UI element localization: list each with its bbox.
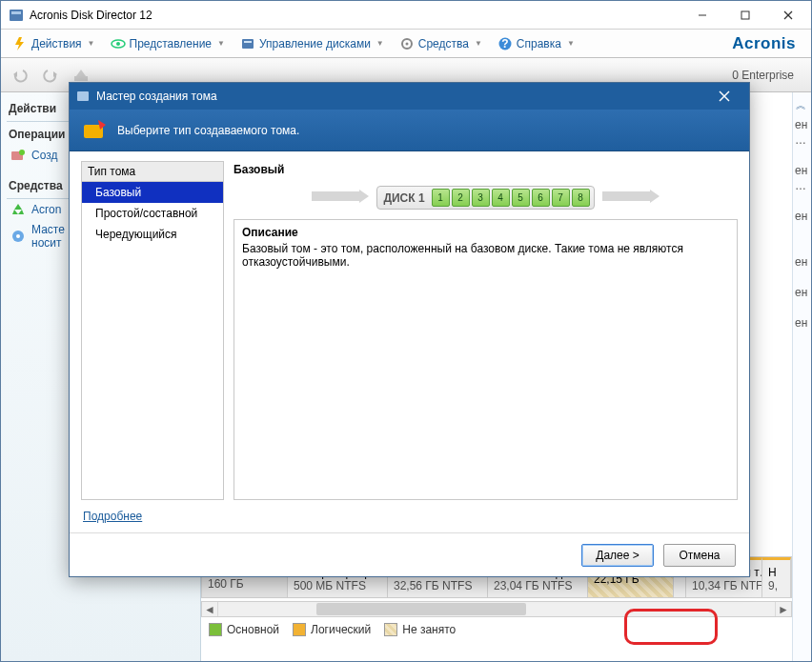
menu-tools[interactable]: Средства▼: [394, 32, 488, 55]
create-icon: [10, 148, 26, 163]
legend-logical: Логический: [293, 623, 371, 636]
gear-icon: [399, 36, 415, 51]
redo-button[interactable]: [39, 64, 62, 87]
disk-segment: 1: [432, 189, 450, 207]
next-button[interactable]: Далее >: [581, 544, 654, 567]
menu-label: Представление: [130, 37, 213, 50]
right-strip: ︽ ен … ен … ен ен ен ен: [792, 92, 811, 661]
menu-label: Справка: [517, 37, 561, 50]
menu-label: Средства: [418, 37, 469, 50]
disk-segment: 2: [452, 189, 470, 207]
dialog-title: Мастер создания тома: [96, 90, 705, 103]
chevron-down-icon: ▼: [376, 39, 384, 48]
detail-panel: Базовый ДИСК 1 1 2 3 4 5 6 7 8 Описание: [233, 161, 738, 500]
detail-title: Базовый: [233, 161, 738, 182]
svg-marker-18: [76, 70, 86, 76]
scroll-thumb[interactable]: [316, 603, 526, 615]
footer-link-area: Подробнее: [70, 506, 749, 532]
sidebar-item-sub: носит: [31, 236, 65, 250]
maximize-button[interactable]: [723, 1, 766, 29]
window-title: Acronis Disk Director 12: [30, 9, 680, 22]
swatch-icon: [209, 623, 222, 636]
volume-icon: [81, 117, 108, 144]
disc-icon: [10, 229, 26, 244]
close-button[interactable]: [766, 1, 809, 29]
svg-rect-3: [741, 11, 749, 19]
swatch-icon: [384, 623, 397, 636]
titlebar: Acronis Disk Director 12: [1, 1, 811, 30]
undo-button[interactable]: [9, 64, 31, 87]
legend-primary: Основной: [209, 623, 279, 636]
legend-free: Не занято: [384, 623, 456, 636]
right-strip-text: ен … ен … ен ен ен ен: [795, 117, 809, 331]
type-panel: Тип тома Базовый Простой/составной Черед…: [81, 161, 224, 500]
type-list: Базовый Простой/составной Чередующийся: [81, 181, 224, 500]
banner-text: Выберите тип создаваемого тома.: [117, 124, 299, 137]
description-text: Базовый том - это том, расположенный на …: [242, 242, 729, 269]
menu-actions[interactable]: Действия▼: [7, 32, 101, 55]
type-striped[interactable]: Чередующийся: [82, 224, 223, 245]
dialog-titlebar: Мастер создания тома: [70, 83, 749, 110]
menu-view[interactable]: Представление▼: [105, 32, 231, 55]
recycle-icon: [10, 202, 26, 217]
wizard-dialog: Мастер создания тома Выберите тип создав…: [69, 82, 750, 577]
menubar: Действия▼ Представление▼ Управление диск…: [1, 30, 811, 58]
svg-rect-0: [10, 10, 23, 21]
menu-help[interactable]: ?Справка▼: [492, 32, 580, 55]
bolt-icon: [12, 36, 28, 51]
svg-rect-1: [11, 11, 21, 14]
minimize-button[interactable]: [680, 1, 723, 29]
scroll-right-icon[interactable]: ►: [775, 602, 791, 616]
chevron-down-icon: ▼: [88, 39, 95, 48]
disk-icon: [240, 36, 255, 51]
sidebar-item-label: Масте: [31, 223, 65, 236]
eye-icon: [111, 36, 126, 51]
svg-point-22: [16, 234, 20, 238]
app-icon: [9, 8, 24, 23]
wizard-icon: [75, 89, 91, 104]
svg-rect-17: [74, 76, 88, 81]
type-basic[interactable]: Базовый: [82, 182, 223, 203]
volume-h[interactable]: Н9,: [762, 557, 791, 597]
svg-point-12: [405, 42, 408, 45]
svg-rect-10: [244, 41, 252, 43]
description-title: Описание: [242, 226, 729, 242]
svg-text:?: ?: [501, 37, 508, 50]
dialog-close-button[interactable]: [705, 83, 743, 110]
description-box: Описание Базовый том - это том, располож…: [233, 219, 738, 500]
disk-segment: 8: [572, 189, 590, 207]
arrow-right-icon: [602, 190, 660, 206]
svg-marker-29: [602, 190, 660, 203]
brand-logo: Acronis: [732, 34, 805, 53]
svg-rect-23: [77, 91, 89, 101]
disk-segment: 7: [552, 189, 570, 207]
svg-point-8: [116, 42, 120, 46]
collapse-icon[interactable]: ︽: [796, 98, 806, 112]
help-icon: ?: [497, 36, 513, 51]
menu-label: Управление дисками: [259, 37, 371, 50]
type-panel-title: Тип тома: [81, 161, 224, 181]
swatch-icon: [293, 623, 306, 636]
enterprise-label: 0 Enterprise: [732, 69, 803, 82]
chevron-down-icon: ▼: [217, 39, 225, 48]
more-link[interactable]: Подробнее: [83, 510, 142, 523]
menu-disk[interactable]: Управление дисками▼: [234, 32, 390, 55]
arrow-left-icon: [312, 190, 369, 206]
chevron-down-icon: ▼: [567, 39, 575, 48]
dialog-body: Тип тома Базовый Простой/составной Черед…: [70, 151, 749, 506]
hscroll[interactable]: ◄►: [201, 601, 792, 617]
scroll-left-icon[interactable]: ◄: [202, 602, 218, 616]
menu-label: Действия: [31, 37, 82, 50]
disk-segment: 6: [532, 189, 550, 207]
disk-box: ДИСК 1 1 2 3 4 5 6 7 8: [376, 186, 594, 210]
disk-segment: 3: [472, 189, 490, 207]
dialog-banner: Выберите тип создаваемого тома.: [70, 110, 749, 151]
svg-point-20: [19, 150, 25, 155]
sidebar-item-label: Созд: [31, 149, 57, 162]
sidebar-item-label: Acron: [31, 203, 61, 216]
svg-marker-28: [312, 190, 369, 203]
cancel-button[interactable]: Отмена: [663, 544, 736, 567]
dialog-buttons: Далее > Отмена: [70, 532, 749, 576]
type-simple[interactable]: Простой/составной: [82, 203, 223, 224]
svg-rect-9: [242, 39, 254, 49]
